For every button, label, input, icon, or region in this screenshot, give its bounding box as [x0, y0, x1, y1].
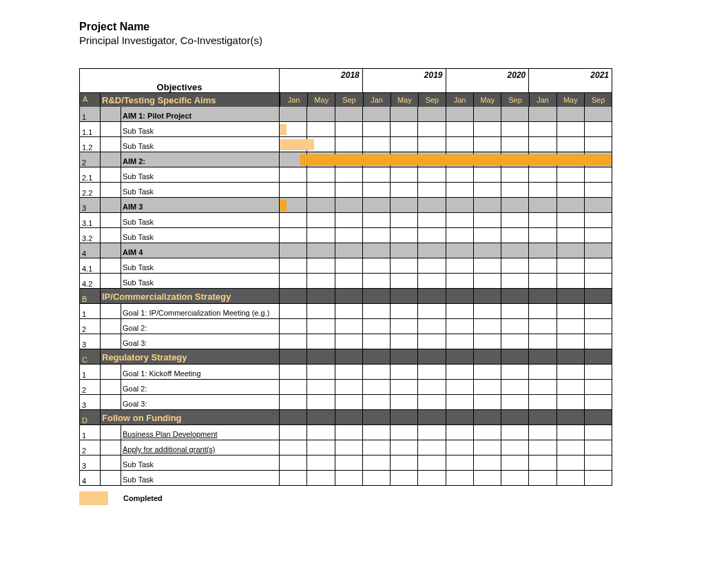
gantt-document: Project Name Principal Investigator, Co-… [0, 0, 728, 505]
indent-spacer [101, 365, 121, 379]
row-timeline [280, 213, 612, 227]
section-row: BIP/Commercialization Strategy [80, 289, 612, 304]
gantt-body: AR&D/Testing Specific AimsJanMaySepJanMa… [80, 92, 612, 486]
gantt-bar [280, 200, 287, 211]
row-timeline [280, 471, 612, 485]
row-label: Apply for additional grant(s) [121, 440, 280, 455]
task-row: 1Goal 1: Kickoff Meeting [80, 365, 612, 380]
row-id: 2.1 [80, 167, 101, 182]
indent-spacer [101, 380, 121, 394]
row-timeline [280, 289, 612, 303]
group-row: 2AIM 2: [80, 152, 612, 167]
row-label: Sub Task [121, 274, 280, 288]
month-label: Sep [584, 93, 612, 107]
row-id: 1.1 [80, 122, 101, 136]
section-title: IP/Commercialization Strategy [101, 289, 280, 303]
row-timeline [280, 122, 612, 136]
row-label: Business Plan Development [121, 425, 280, 440]
row-id: 3 [80, 334, 101, 349]
row-label: Sub Task [121, 122, 280, 136]
task-row: 2Goal 2: [80, 319, 612, 334]
month-label: Jan [363, 93, 391, 107]
row-label: AIM 4 [121, 243, 280, 258]
row-label: Sub Task [121, 183, 280, 197]
row-timeline [280, 304, 612, 318]
row-id: 4.1 [80, 258, 101, 273]
row-timeline [280, 228, 612, 243]
task-row: 4Sub Task [80, 471, 612, 486]
indent-spacer [101, 425, 121, 440]
row-timeline [280, 425, 612, 440]
section-title: R&D/Testing Specific Aims [101, 93, 279, 107]
group-row: 1AIM 1: Pilot Project [80, 107, 612, 122]
indent-spacer [101, 183, 121, 197]
row-timeline [280, 183, 612, 197]
row-label: Goal 1: Kickoff Meeting [121, 365, 280, 379]
row-timeline [280, 258, 612, 273]
month-label: May [307, 93, 335, 107]
row-timeline [280, 319, 612, 334]
task-row: 1Business Plan Development [80, 425, 612, 440]
row-label: AIM 3 [121, 198, 280, 212]
row-id: 4 [80, 471, 101, 485]
gantt-bar [300, 154, 612, 165]
row-id: 2 [80, 319, 101, 334]
task-row: 4.1Sub Task [80, 258, 612, 274]
row-timeline [280, 410, 612, 424]
legend: Completed [79, 491, 697, 505]
row-timeline [280, 440, 612, 455]
indent-spacer [101, 274, 121, 288]
row-label: Goal 3: [121, 395, 280, 409]
row-id: 4.2 [80, 274, 101, 288]
row-id: 3.1 [80, 213, 101, 227]
row-label: Sub Task [121, 228, 280, 243]
row-timeline [280, 198, 612, 212]
indent-spacer [101, 440, 121, 455]
row-id: 1 [80, 365, 101, 379]
indent-spacer [101, 137, 121, 152]
row-id: 2 [80, 152, 101, 167]
row-id: 3 [80, 455, 101, 470]
task-row: 3Goal 3: [80, 395, 612, 410]
indent-spacer [101, 395, 121, 409]
legend-swatch-completed [79, 491, 108, 505]
row-id: 2 [80, 440, 101, 455]
row-id: 2 [80, 380, 101, 394]
legend-label-completed: Completed [123, 494, 163, 502]
year-row: Objectives 2018201920202021 [80, 69, 612, 92]
section-title: Regulatory Strategy [101, 349, 280, 364]
indent-spacer [101, 167, 121, 182]
month-label: Jan [529, 93, 557, 107]
row-timeline [280, 274, 612, 288]
task-row: 3Goal 3: [80, 334, 612, 349]
task-row: 4.2Sub Task [80, 274, 612, 289]
row-label: AIM 2: [121, 152, 280, 167]
row-timeline [280, 455, 612, 470]
year-label: 2021 [528, 69, 612, 92]
row-id: 1.2 [80, 137, 101, 152]
task-row: 3.2Sub Task [80, 228, 612, 243]
project-subtitle: Principal Investigator, Co-Investigator(… [79, 34, 697, 46]
section-row: CRegulatory Strategy [80, 349, 612, 365]
group-row: 4AIM 4 [80, 243, 612, 258]
row-label: Goal 2: [121, 319, 280, 334]
row-id: 1 [80, 304, 101, 318]
gantt-bar [280, 139, 314, 150]
task-row: 2.2Sub Task [80, 183, 612, 198]
indent-spacer [101, 213, 121, 227]
month-label: Jan [280, 93, 307, 107]
row-id: 4 [80, 243, 101, 258]
row-timeline [280, 365, 612, 379]
row-id: 1 [80, 425, 101, 440]
row-timeline [280, 395, 612, 409]
indent-spacer [101, 334, 121, 349]
row-timeline [280, 152, 612, 167]
month-label: Sep [335, 93, 362, 107]
year-label: 2019 [362, 69, 446, 92]
project-title: Project Name [79, 21, 697, 33]
row-id: B [80, 289, 101, 303]
section-row: AR&D/Testing Specific AimsJanMaySepJanMa… [80, 92, 612, 107]
year-label: 2018 [280, 69, 362, 92]
row-timeline [280, 349, 612, 364]
month-label: May [391, 93, 418, 107]
